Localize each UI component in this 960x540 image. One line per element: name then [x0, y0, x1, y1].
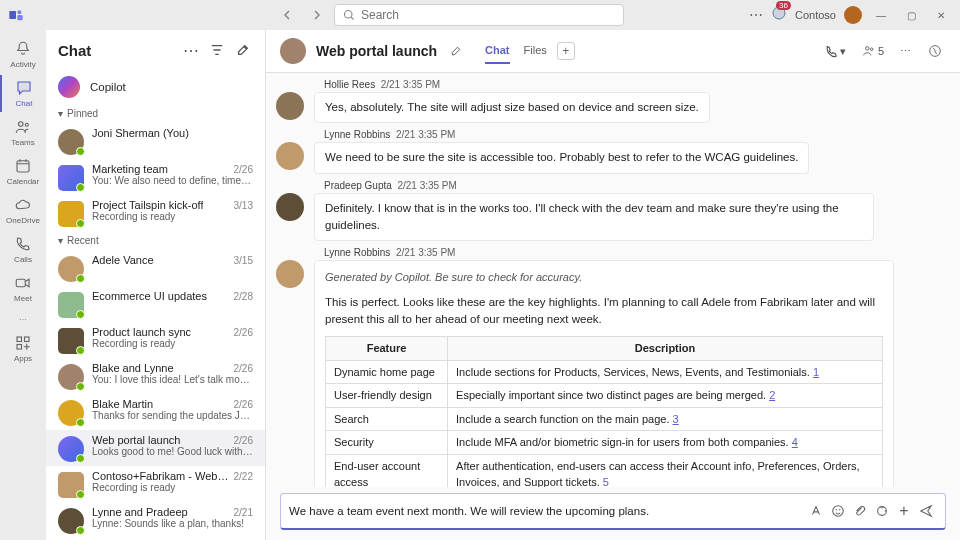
nav-back-button[interactable]: [278, 5, 298, 25]
svg-rect-10: [25, 337, 30, 342]
chat-item-title: Joni Sherman (You): [92, 127, 189, 139]
chat-item-title: Ecommerce UI updates: [92, 290, 207, 302]
new-chat-button[interactable]: [233, 40, 253, 60]
reference-link[interactable]: 4: [792, 436, 798, 448]
search-input[interactable]: [361, 8, 615, 22]
chat-item-preview: Recording is ready: [92, 211, 253, 222]
table-row: SecurityInclude MFA and/or biometric sig…: [326, 431, 883, 455]
chat-list-item[interactable]: Lynne and Pradeep2/21Lynne: Sounds like …: [46, 502, 265, 538]
attach-button[interactable]: [849, 500, 871, 522]
rail-calendar[interactable]: Calendar: [0, 153, 46, 190]
participants-button[interactable]: 5: [859, 41, 887, 61]
rail-apps[interactable]: Apps: [0, 330, 46, 367]
tab-chat[interactable]: Chat: [485, 38, 509, 64]
table-row: End-user account accessAfter authenticat…: [326, 454, 883, 487]
phone-icon: [824, 44, 838, 58]
pencil-icon: [450, 45, 462, 57]
table-header: Description: [448, 337, 883, 361]
chat-list-item[interactable]: Marketing team2/26You: We also need to d…: [46, 159, 265, 195]
chat-list-item[interactable]: Adele Vance3/15: [46, 250, 265, 286]
reference-link[interactable]: 3: [673, 413, 679, 425]
current-user-avatar[interactable]: [844, 6, 862, 24]
loop-button[interactable]: [871, 500, 893, 522]
avatar: [58, 292, 84, 318]
rail-teams[interactable]: Teams: [0, 114, 46, 151]
chat-list-item[interactable]: Product launch sync2/26Recording is read…: [46, 322, 265, 358]
msg-sender: Hollie Rees: [324, 79, 375, 90]
rail-meet[interactable]: Meet: [0, 270, 46, 307]
notifications-button[interactable]: 36: [771, 5, 787, 25]
reference-link[interactable]: 2: [769, 389, 775, 401]
chat-list-item[interactable]: Blake Martin2/26Thanks for sending the u…: [46, 394, 265, 430]
rail-activity[interactable]: Activity: [0, 36, 46, 73]
filter-icon: [210, 43, 224, 57]
presence-indicator: [76, 274, 85, 283]
add-tab-button[interactable]: +: [557, 42, 575, 60]
app-rail: Activity Chat Teams Calendar OneDrive Ca…: [0, 30, 46, 540]
svg-rect-2: [17, 15, 22, 20]
presence-indicator: [76, 310, 85, 319]
pinned-section-header[interactable]: ▾Pinned: [46, 104, 265, 123]
rail-calls[interactable]: Calls: [0, 231, 46, 268]
loop-icon: [875, 504, 889, 518]
chat-item-title: Project Tailspin kick-off: [92, 199, 203, 211]
chat-item-title: Blake and Lynne: [92, 362, 174, 374]
svg-point-12: [865, 47, 869, 51]
chat-list-item[interactable]: Joni Sherman (You): [46, 123, 265, 159]
presence-indicator: [76, 382, 85, 391]
nav-forward-button[interactable]: [306, 5, 326, 25]
svg-rect-7: [17, 161, 29, 172]
rail-more[interactable]: ⋯: [0, 311, 46, 328]
chat-header-more-button[interactable]: ⋯: [897, 42, 914, 61]
chat-list-title: Chat: [58, 42, 175, 59]
chevron-down-icon: ▾: [58, 108, 63, 119]
chat-list-item[interactable]: Web portal launch2/26Looks good to me! G…: [46, 430, 265, 466]
chat-list-item[interactable]: Project Tailspin kick-off3/13Recording i…: [46, 195, 265, 231]
chat-item-title: Product launch sync: [92, 326, 191, 338]
rail-label: Apps: [14, 354, 32, 363]
chat-item-preview: Looks good to me! Good luck with your ca…: [92, 446, 253, 457]
notification-count-badge: 36: [776, 1, 791, 10]
edit-title-button[interactable]: [447, 42, 465, 60]
feature-cell: End-user account access: [326, 454, 448, 487]
svg-rect-0: [9, 11, 16, 19]
search-box[interactable]: [334, 4, 624, 26]
format-button[interactable]: [805, 500, 827, 522]
window-maximize-button[interactable]: ▢: [900, 4, 922, 26]
more-button[interactable]: ⋯: [749, 7, 763, 23]
chat-list-item[interactable]: Blake and Lynne2/26You: I love this idea…: [46, 358, 265, 394]
chat-item-timestamp: 2/26: [234, 435, 253, 446]
avatar: [58, 256, 84, 282]
msg-timestamp: 2/21 3:35 PM: [381, 79, 440, 90]
chat-list-more-button[interactable]: ⋯: [181, 40, 201, 60]
feature-cell: Search: [326, 407, 448, 431]
chat-list-item[interactable]: Ecommerce UI updates2/28: [46, 286, 265, 322]
more-compose-button[interactable]: +: [893, 500, 915, 522]
rail-chat[interactable]: Chat: [0, 75, 46, 112]
table-row: Dynamic home pageInclude sections for Pr…: [326, 360, 883, 384]
chat-item-title: Contoso+Fabrikam - Web portal ki…: [92, 470, 230, 482]
reference-link[interactable]: 1: [813, 366, 819, 378]
recent-section-header[interactable]: ▾Recent: [46, 231, 265, 250]
msg-body: Generated by Copilot. Be sure to check f…: [314, 260, 894, 487]
send-button[interactable]: [915, 500, 937, 522]
chat-filter-button[interactable]: [207, 40, 227, 60]
copilot-pane-button[interactable]: [924, 40, 946, 62]
chat-panel: Web portal launch Chat Files + ▾ 5 ⋯ Hol…: [266, 30, 960, 540]
tab-files[interactable]: Files: [524, 38, 547, 64]
composer-input[interactable]: We have a team event next month. We will…: [280, 493, 946, 530]
window-minimize-button[interactable]: —: [870, 4, 892, 26]
presence-indicator: [76, 183, 85, 192]
search-icon: [343, 9, 355, 21]
chat-item-preview: Thanks for sending the updates Joni. I'l…: [92, 410, 253, 421]
copilot-chat-item[interactable]: Copilot: [46, 70, 265, 104]
reference-link[interactable]: 5: [603, 476, 609, 487]
chat-list-item[interactable]: Contoso+Fabrikam - Web portal ki…2/22Rec…: [46, 466, 265, 502]
emoji-button[interactable]: [827, 500, 849, 522]
composer-text[interactable]: We have a team event next month. We will…: [289, 505, 805, 517]
rail-onedrive[interactable]: OneDrive: [0, 192, 46, 229]
chat-icon: [15, 79, 33, 97]
window-close-button[interactable]: ✕: [930, 4, 952, 26]
call-button[interactable]: ▾: [821, 41, 849, 61]
presence-indicator: [76, 454, 85, 463]
